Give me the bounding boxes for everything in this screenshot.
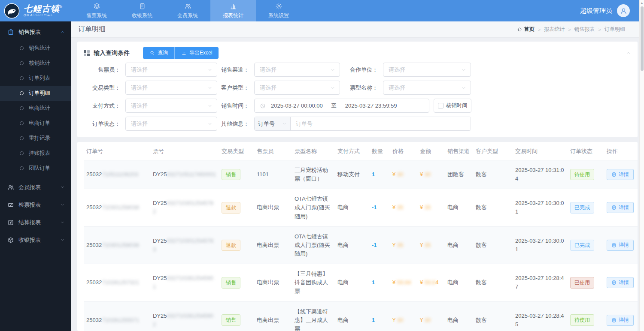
sidebar-section-sales-report[interactable]: 销售报表	[0, 23, 71, 41]
cell-order-no: 25032710301258036	[84, 226, 150, 264]
quantity-value: -1	[372, 204, 377, 211]
person-icon	[620, 7, 628, 15]
cell-price: ¥ 30	[390, 301, 417, 331]
sidebar-item-order-detail[interactable]: 订单明细	[0, 86, 71, 101]
table-row: 25032710301258038DY250327103012545782退款电…	[84, 189, 638, 226]
filter-label-trade-type: 交易类型：	[84, 84, 125, 92]
breadcrumb-item[interactable]: 报表统计	[544, 26, 565, 33]
cell-order-status: 已完成	[568, 226, 604, 264]
sidebar-item-sales-stats[interactable]: 销售统计	[0, 41, 71, 56]
top-nav-member[interactable]: 会员系统	[165, 0, 210, 21]
filter-select-partner[interactable]: 请选择	[383, 63, 471, 77]
breadcrumb-home[interactable]: 首页	[517, 26, 535, 33]
doc-icon	[611, 243, 617, 248]
cell-trade-time: 2025-03-27 10:31:04	[513, 160, 568, 189]
export-excel-button[interactable]: 导出Excel	[174, 47, 219, 59]
scrollbar-thumb[interactable]	[641, 6, 644, 71]
cell-ticket-name: OTA七鲤古镇成人门票(随买随用)	[292, 226, 335, 264]
chevron-down-icon	[461, 85, 466, 90]
cell-trade-time: 2025-03-27 10:28:47	[513, 264, 568, 301]
content-area: 输入查询条件 查询 导出Excel 售票员： 请选择	[71, 38, 644, 331]
orders-table: 订单号票号交易类型售票员票型名称支付方式数量价格金额销售渠道客户类型交易时间订单…	[84, 142, 638, 331]
filter-select-seller[interactable]: 请选择	[125, 63, 217, 77]
cell-trade-type: 销售	[219, 264, 254, 301]
cell-ticket-no: DY250327105117450001	[150, 160, 219, 189]
cell-ticket-name: 【三月特惠】抖音团购成人票	[292, 264, 335, 301]
sale-time-range-picker[interactable]: 2025-03-27 00:00:00 至 2025-03-27 23:59:5…	[254, 99, 429, 113]
sidebar-item-ecom-orders[interactable]: 电商订单	[0, 116, 71, 131]
brand-logo[interactable]: 七鲤古镇® Qili Ancient Town	[0, 0, 74, 21]
sidebar-item-label: 电商统计	[29, 105, 50, 112]
scrollbar-up-arrow[interactable]: ▲	[640, 0, 644, 6]
cell-ticket-no: DY250327102812545902	[150, 301, 219, 331]
cell-order-no: 25032710281257321	[84, 264, 150, 301]
bullet-icon	[20, 76, 24, 80]
page-scrollbar[interactable]: ▲	[639, 0, 644, 331]
order-no-input[interactable]	[291, 117, 471, 130]
home-icon	[517, 27, 522, 32]
other-info-field-select[interactable]: 订单号	[255, 117, 291, 130]
filter-label-customer-type: 客户类型：	[217, 84, 254, 92]
price-value: ¥ 30	[392, 171, 403, 178]
detail-button[interactable]: 详情	[607, 202, 634, 213]
cell-quantity: -1	[369, 189, 390, 226]
breadcrumb-item[interactable]: 销售报表	[574, 26, 595, 33]
sidebar-section-member-report[interactable]: 会员报表	[0, 178, 71, 196]
detail-button[interactable]: 详情	[607, 315, 634, 326]
cell-actions: 详情	[604, 301, 638, 331]
filter-select-ticket-type-name[interactable]: 请选择	[383, 81, 471, 95]
filter-label-sales-channel: 销售渠道：	[217, 66, 254, 74]
sidebar-item-verify-stats[interactable]: 核销统计	[0, 56, 71, 71]
filter-select-order-status[interactable]: 请选择	[125, 117, 217, 131]
sidebar-section-cashier-report[interactable]: 收银报表	[0, 231, 71, 249]
detail-button[interactable]: 详情	[607, 277, 634, 288]
bullet-icon	[20, 166, 24, 170]
main-area: 订单明细 首页 > 报表统计 > 销售报表 > 订单明细 输入查询条件 查询	[71, 21, 644, 331]
amount-value: ¥ 35	[420, 242, 431, 248]
cell-amount: ¥ 30	[417, 301, 445, 331]
verify-time-checkbox[interactable]: 核销时间	[434, 99, 471, 113]
filter-row-2: 交易类型： 请选择 客户类型： 请选择 票型名称： 请选择	[84, 81, 631, 95]
sidebar-item-credit-report[interactable]: 挂账报表	[0, 146, 71, 161]
col-header-order-status: 订单状态	[568, 142, 604, 160]
cashbox-icon	[7, 237, 14, 244]
top-nav-reports[interactable]: 报表统计	[210, 0, 256, 21]
check-ticket-icon	[7, 202, 14, 208]
filter-select-customer-type[interactable]: 请选择	[254, 81, 340, 95]
detail-button[interactable]: 详情	[607, 240, 634, 251]
query-filter-panel: 输入查询条件 查询 导出Excel 售票员： 请选择	[77, 42, 638, 137]
col-header-ticket-name: 票型名称	[292, 142, 335, 160]
collapse-filters-icon[interactable]	[626, 50, 631, 56]
cell-ticket-name: OTA七鲤古镇成人门票(随买随用)	[292, 189, 335, 226]
sidebar-item-reprint-records[interactable]: 重打记录	[0, 131, 71, 146]
query-button[interactable]: 查询	[143, 47, 174, 59]
cell-customer-type: 散客	[473, 264, 513, 301]
sidebar-section-settlement-report[interactable]: 结算报表	[0, 214, 71, 231]
cell-price: ¥ 59.84	[390, 264, 417, 301]
doc-icon	[611, 318, 617, 323]
cell-seller: 电商出票	[254, 264, 292, 301]
sale-time-end: 2025-03-27 23:59:59	[345, 102, 397, 109]
user-avatar[interactable]	[617, 4, 630, 17]
members-icon	[7, 184, 14, 191]
top-nav-cashier[interactable]: 收银系统	[119, 0, 165, 21]
filter-select-sales-channel[interactable]: 请选择	[254, 63, 340, 77]
sidebar-item-order-list[interactable]: 订单列表	[0, 71, 71, 86]
quantity-value: 1	[372, 279, 375, 286]
sidebar-item-group-orders[interactable]: 团队订单	[0, 161, 71, 176]
cell-customer-type: 散客	[473, 226, 513, 264]
top-nav-ticketing[interactable]: 售票系统	[74, 0, 119, 21]
filter-select-pay-method[interactable]: 请选择	[125, 99, 217, 113]
redacted-text: 0327105117450001	[167, 171, 216, 178]
sidebar-item-ecom-stats[interactable]: 电商统计	[0, 101, 71, 116]
filter-select-trade-type[interactable]: 请选择	[125, 81, 217, 95]
detail-button[interactable]: 详情	[607, 169, 634, 180]
sidebar-section-ticket-check-report[interactable]: 检票报表	[0, 196, 71, 214]
cell-order-no: 25032710281255571	[84, 301, 150, 331]
chevron-down-icon	[282, 121, 287, 126]
col-header-sales-channel: 销售渠道	[445, 142, 473, 160]
checkbox-icon	[438, 103, 444, 108]
cell-seller: 1101	[254, 160, 292, 189]
filter-label-order-status: 订单状态：	[84, 120, 125, 128]
top-nav-settings[interactable]: 系统设置	[256, 0, 301, 21]
